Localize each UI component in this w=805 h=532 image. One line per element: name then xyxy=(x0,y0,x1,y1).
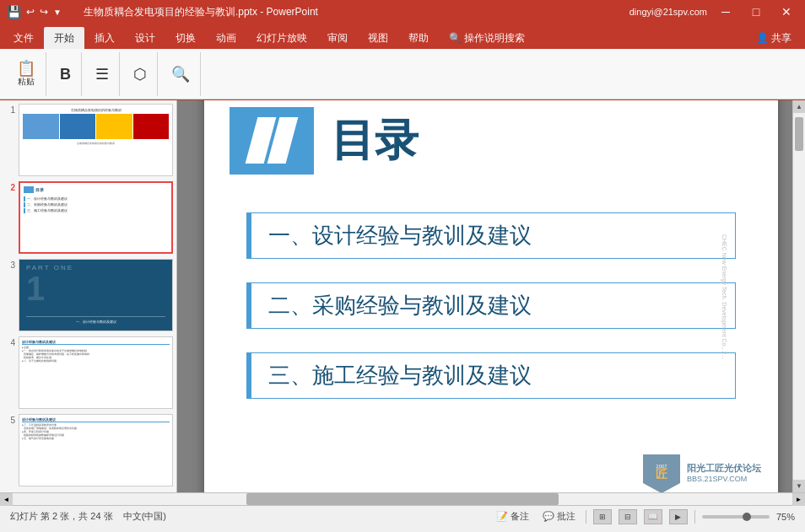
ribbon-group-editing: 🔍 xyxy=(161,52,201,96)
zoom-slider[interactable] xyxy=(702,515,770,519)
scroll-left-button[interactable]: ◄ xyxy=(0,493,13,506)
comments-button[interactable]: 💬 批注 xyxy=(539,509,579,524)
scroll-thumb[interactable] xyxy=(795,117,803,151)
minimize-button[interactable]: ─ xyxy=(714,0,737,24)
notes-icon: 📝 xyxy=(496,511,508,522)
paste-button[interactable]: 📋 粘贴 xyxy=(14,59,39,89)
slide-menu: 一、设计经验与教训及建议 二、采购经验与教训及建议 三、施工经验与教训及建议 xyxy=(246,212,736,422)
slide-panel[interactable]: 1 生物质耦合发电项目的经验与教训 生物质耦合发电项目的经验与教训 2 xyxy=(0,100,177,492)
vertical-text: CHEC New Energy Tech. Development Co., 2… xyxy=(721,234,727,358)
notes-button[interactable]: 📝 备注 xyxy=(493,509,532,524)
thumb1-subtitle: 生物质耦合发电项目的经验与教训 xyxy=(23,142,169,145)
align-left-icon: ☰ xyxy=(95,67,109,82)
maximize-button[interactable]: □ xyxy=(744,0,768,24)
title-bar-left: 💾 ↩ ↪ ▼ 生物质耦合发电项目的经验与教训.pptx - PowerPoin… xyxy=(7,5,318,19)
find-button[interactable]: 🔍 xyxy=(168,65,193,83)
slide-num-3: 3 xyxy=(3,259,15,270)
tab-file[interactable]: 文件 xyxy=(3,27,44,49)
slide-thumb-2[interactable]: 2 目录 一、设计经验与教训及建议 二、采购经验与教训及建议 三、施工经验与教训… xyxy=(3,181,173,254)
tab-design[interactable]: 设计 xyxy=(125,27,165,49)
scroll-down-button[interactable]: ▼ xyxy=(793,480,806,492)
undo-icon[interactable]: ↩ xyxy=(26,6,35,18)
customize-icon[interactable]: ▼ xyxy=(53,8,62,17)
thumb2-item-2: 二、采购经验与教训及建议 xyxy=(24,202,168,207)
zoom-thumb[interactable] xyxy=(743,513,751,521)
title-text: 生物质耦合发电项目的经验与教训.pptx - PowerPoint xyxy=(84,5,318,19)
slide-header: 目录 xyxy=(230,107,753,175)
slide-thumb-1[interactable]: 1 生物质耦合发电项目的经验与教训 生物质耦合发电项目的经验与教训 xyxy=(3,104,173,176)
close-button[interactable]: ✕ xyxy=(775,0,798,24)
ribbon-group-drawing: ⬡ xyxy=(123,52,158,96)
slide-thumb-5[interactable]: 5 设计经验与教训及建议 ● 三、工艺流程及系统安排方面 涉及发电厂用地规划、各… xyxy=(3,414,173,486)
tab-insert[interactable]: 插入 xyxy=(84,27,125,49)
thumb5-text: ● 三、工艺流程及系统安排方面 涉及发电厂用地规划、各系统布置合理性等问题 ● … xyxy=(22,424,170,441)
watermark-line1: 阳光工匠光伏论坛 xyxy=(687,462,761,475)
bold-icon: B xyxy=(60,67,71,82)
slide-canvas: 目录 一、设计经验与教训及建议 二、采购经验与教训及建议 xyxy=(204,100,778,492)
slide-thumb-3[interactable]: 3 PART ONE 1 一、设计经验与教训及建议 xyxy=(3,259,173,331)
redo-icon[interactable]: ↪ xyxy=(40,6,48,18)
reading-view-button[interactable]: 📖 xyxy=(644,509,662,524)
thumb2-item-1: 一、设计经验与教训及建议 xyxy=(24,196,168,202)
scroll-right-button[interactable]: ► xyxy=(792,493,805,506)
shapes-button[interactable]: ⬡ xyxy=(130,65,150,83)
scroll-track[interactable] xyxy=(793,113,805,480)
statusbar: 幻灯片 第 2 张，共 24 张 中文(中国) 📝 备注 💬 批注 ⊞ ⊟ 📖 … xyxy=(0,505,805,527)
thumb2-item-3: 三、施工经验与教训及建议 xyxy=(24,208,168,213)
share-button[interactable]: 👤 共享 xyxy=(746,27,802,49)
user-label: dingyi@21spv.com xyxy=(629,7,707,17)
tab-view[interactable]: 视图 xyxy=(358,27,398,49)
find-icon: 🔍 xyxy=(171,67,190,82)
slide-img-4: 设计经验与教训及建议 ● 主题 ● 一、初步设计阶段发现并提出的关于生物质耦合发… xyxy=(19,336,173,409)
thumb4-text: ● 主题 ● 一、初步设计阶段发现并提出的关于生物质耦合发电机组 容量确定、锅炉… xyxy=(22,347,170,363)
title-bar-right: dingyi@21spv.com ─ □ ✕ xyxy=(629,0,798,24)
menu-text-1: 一、设计经验与教训及建议 xyxy=(268,221,532,250)
slide-img-1: 生物质耦合发电项目的经验与教训 生物质耦合发电项目的经验与教训 xyxy=(19,104,173,176)
menu-text-3: 三、施工经验与教训及建议 xyxy=(268,361,532,390)
tab-transitions[interactable]: 切换 xyxy=(165,27,206,49)
scroll-up-button[interactable]: ▲ xyxy=(793,100,806,113)
tab-slideshow[interactable]: 幻灯片放映 xyxy=(246,27,317,49)
thumb2-header: 目录 xyxy=(24,186,168,193)
slide-img-3: PART ONE 1 一、设计经验与教训及建议 xyxy=(19,259,173,331)
status-left: 幻灯片 第 2 张，共 24 张 中文(中国) xyxy=(10,510,166,523)
slide-num-1: 1 xyxy=(3,104,15,115)
comments-icon: 💬 xyxy=(543,511,554,522)
slide-logo-box xyxy=(230,107,314,175)
slideshow-button[interactable]: ▶ xyxy=(669,509,688,524)
normal-view-button[interactable]: ⊞ xyxy=(593,509,612,524)
h-scroll-thumb[interactable] xyxy=(246,493,559,505)
slide-info: 幻灯片 第 2 张，共 24 张 xyxy=(10,510,113,523)
menu-text-box-2: 二、采购经验与教训及建议 xyxy=(251,282,736,329)
divider xyxy=(586,510,586,524)
slide-menu-item-1: 一、设计经验与教训及建议 xyxy=(246,212,736,259)
slide-title: 目录 xyxy=(314,111,419,170)
slide-logo-inner xyxy=(251,117,292,164)
horizontal-scrollbar[interactable]: ◄ ► xyxy=(0,492,805,505)
thumb3-title: 一、设计经验与教训及建议 xyxy=(26,316,165,324)
tab-home[interactable]: 开始 xyxy=(44,27,84,49)
menu-text-2: 二、采购经验与教训及建议 xyxy=(268,291,532,320)
slide-img-2: 目录 一、设计经验与教训及建议 二、采购经验与教训及建议 三、施工经验与教训及建… xyxy=(19,181,173,254)
bold-button[interactable]: B xyxy=(57,65,74,83)
tab-search[interactable]: 🔍 操作说明搜索 xyxy=(439,27,535,49)
zoom-level: 75% xyxy=(776,512,795,522)
slide-thumb-4[interactable]: 4 设计经验与教训及建议 ● 主题 ● 一、初步设计阶段发现并提出的关于生物质耦… xyxy=(3,336,173,409)
align-left-button[interactable]: ☰ xyxy=(92,65,112,83)
thumb1-images xyxy=(23,114,169,139)
search-icon: 🔍 xyxy=(449,32,462,44)
title-bar: 💾 ↩ ↪ ▼ 生物质耦合发电项目的经验与教训.pptx - PowerPoin… xyxy=(0,0,805,24)
person-icon: 👤 xyxy=(756,32,769,44)
tab-animations[interactable]: 动画 xyxy=(206,27,246,49)
paste-icon: 📋 xyxy=(17,61,35,76)
thumb2-logo xyxy=(24,186,34,193)
main-area: 1 生物质耦合发电项目的经验与教训 生物质耦合发电项目的经验与教训 2 xyxy=(0,100,805,492)
save-icon[interactable]: 💾 xyxy=(7,5,21,19)
vertical-scrollbar[interactable]: ▲ ▼ xyxy=(792,100,805,492)
tab-help[interactable]: 帮助 xyxy=(398,27,439,49)
shapes-icon: ⬡ xyxy=(133,67,147,82)
svg-text:匠: 匠 xyxy=(656,468,667,481)
h-scroll-track[interactable] xyxy=(13,493,792,505)
tab-review[interactable]: 审阅 xyxy=(317,27,358,49)
slide-sorter-button[interactable]: ⊟ xyxy=(619,509,637,524)
